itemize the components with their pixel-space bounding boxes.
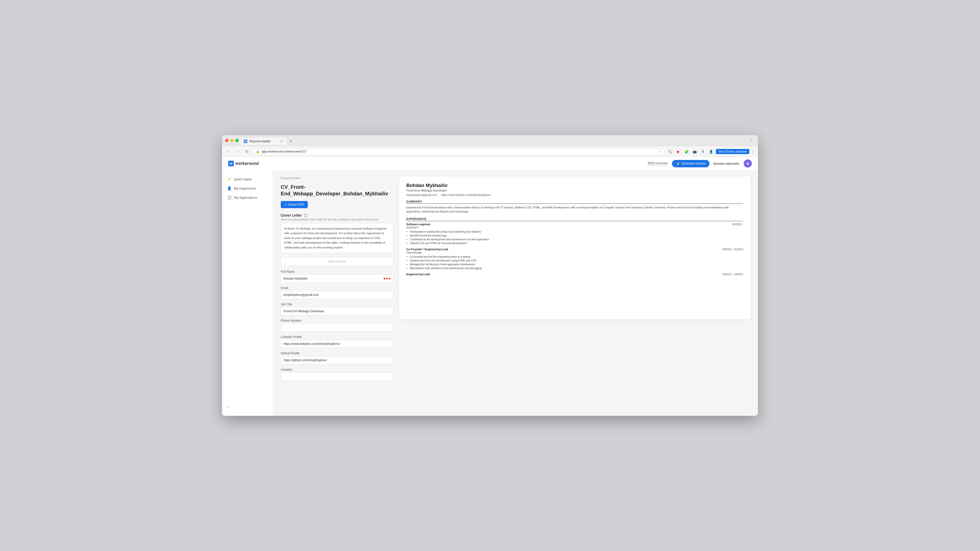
- sidebar: ⚡ Quick Apply 👤 My Experience 📋 My Appli…: [222, 170, 273, 416]
- header-right: 38/50 resumes ⚡ Generate resume Bohdan M…: [648, 159, 752, 168]
- exp-item-1: Co-Founder / Engineering Lead 09/2022 - …: [406, 248, 743, 270]
- linkedin-field: LinkedIn Profile: [281, 335, 393, 348]
- extensions-icon[interactable]: 🧩: [683, 148, 690, 155]
- form-panel: Resume Builder CV_Front-End_Webapp_Devel…: [281, 176, 393, 410]
- my-applications-icon: 📋: [227, 195, 231, 200]
- lock-icon: 🔒: [256, 150, 259, 153]
- tab-close-button[interactable]: ✕: [280, 139, 283, 143]
- my-experience-icon: 👤: [227, 186, 231, 190]
- job-title-input[interactable]: [281, 307, 393, 315]
- bookmark-icon[interactable]: ☆: [659, 150, 662, 154]
- copy-icon[interactable]: 📋: [304, 213, 307, 217]
- form-section: Full Name Email: [281, 270, 393, 381]
- resume-header: Bohdan Mykhailiv Front-End Webapp Develo…: [406, 183, 743, 197]
- resume-contact: bmykhaylivvv@gmail.com https://www.linke…: [406, 193, 743, 197]
- full-name-label: Full Name: [281, 270, 393, 273]
- generate-icon: ⚡: [676, 162, 680, 165]
- menu-button[interactable]: ⋮: [751, 149, 755, 154]
- location-input[interactable]: [281, 372, 393, 381]
- back-button[interactable]: ‹: [225, 148, 232, 155]
- logo-icon: W: [228, 161, 234, 166]
- bullet-item: Identified and fixed existing bugs: [410, 233, 743, 238]
- resume-preview-panel: Bohdan Mykhailiv Front-End Webapp Develo…: [399, 176, 750, 319]
- title-bar: W Resume builder ✕ + ⌃: [222, 135, 758, 146]
- field-options-dots[interactable]: [383, 278, 390, 279]
- cover-letter-title: Cover Letter: [281, 213, 302, 218]
- generate-resume-button[interactable]: ⚡ Generate resume: [672, 160, 710, 167]
- maximize-button[interactable]: [235, 139, 239, 142]
- exp-date-2: 04/2021 - 10/2021: [722, 273, 743, 276]
- search-icon[interactable]: 🔍: [667, 148, 673, 155]
- exp-item-2: Engineering Lead 04/2021 - 10/2021: [406, 273, 743, 276]
- page-title: CV_Front-End_Webapp_Developer_Bohdan_Myk…: [281, 184, 393, 197]
- linkedin-input[interactable]: [281, 340, 393, 348]
- downloads-icon[interactable]: ⬇: [700, 148, 706, 155]
- resume-email: bmykhaylivvv@gmail.com: [406, 193, 437, 197]
- forward-button[interactable]: ›: [234, 148, 242, 155]
- bullet-item: Co-founded and led the engineering team …: [410, 255, 743, 259]
- quick-apply-icon: ⚡: [227, 177, 231, 181]
- address-bar[interactable]: 🔒 app.workaround.one/resume/217 ☆: [253, 148, 665, 155]
- tab-favicon: W: [244, 140, 247, 143]
- exp-date-1: 09/2022 - 01/2023: [722, 248, 743, 251]
- new-tab-button[interactable]: +: [287, 138, 294, 145]
- app-header: W workaround 38/50 resumes ⚡ Generate re…: [222, 157, 758, 170]
- exp-company-0: AXDRAFT: [406, 226, 743, 229]
- user-name: Bohdan Mykhailiv: [714, 162, 740, 165]
- export-pdf-button[interactable]: ↗ Export PDF: [281, 201, 308, 208]
- resume-count: 38/50 resumes: [648, 162, 668, 165]
- sidebar-collapse-button[interactable]: ‹: [222, 403, 273, 412]
- exp-header-0: Software engineer 06/2022 -: [406, 223, 743, 226]
- location-field: Location: [281, 368, 393, 381]
- refresh-button[interactable]: ↻: [243, 148, 251, 155]
- sidebar-item-my-applications[interactable]: 📋 My Applications: [222, 193, 273, 202]
- resume-summary-section: SUMMARY Experienced Front-End developer …: [406, 200, 743, 214]
- nav-right-icons: 🔍 ▶ 🧩 📺 ⬇ 👤 New Chrome available ⋮: [667, 148, 755, 155]
- phone-input[interactable]: [281, 324, 393, 332]
- url-text: app.workaround.one/resume/217: [262, 150, 656, 153]
- resume-linkedin: https://www.linkedin.com/in/bmykhaylivvv…: [441, 193, 491, 197]
- navigation-bar: ‹ › ↻ 🔒 app.workaround.one/resume/217 ☆ …: [222, 146, 758, 157]
- workaround-logo: W workaround: [228, 161, 259, 166]
- bullet-item: Maintained a high standard of web develo…: [410, 266, 743, 270]
- youtube-icon[interactable]: ▶: [675, 148, 682, 155]
- resume-experience-section: EXPERIENCE Software engineer 06/2022 - A…: [406, 218, 743, 276]
- bullet-item: Participated in building the product and…: [410, 230, 743, 233]
- full-name-input[interactable]: [281, 275, 393, 283]
- exp-bullets-0: Participated in building the product and…: [406, 230, 743, 245]
- bullet-item: Managed the full lifecycle of web applic…: [410, 262, 743, 266]
- window-controls-icon[interactable]: ⌃: [748, 138, 755, 144]
- profile-icon[interactable]: 👤: [708, 148, 714, 155]
- export-btn-label: Export PDF: [288, 203, 304, 206]
- cover-letter-subtitle: Here is a personalized cover letter for …: [281, 218, 393, 221]
- logo-text: workaround: [235, 161, 259, 166]
- phone-label: Phone Number: [281, 319, 393, 322]
- github-input[interactable]: [281, 356, 393, 364]
- chrome-update-button[interactable]: New Chrome available: [716, 149, 749, 154]
- email-input[interactable]: [281, 291, 393, 299]
- email-label: Email: [281, 286, 393, 290]
- phone-field: Phone Number: [281, 319, 393, 332]
- sidebar-item-my-experience[interactable]: 👤 My Experience: [222, 184, 273, 193]
- tab-label: Resume builder: [249, 140, 271, 143]
- resume-name: Bohdan Mykhailiv: [406, 183, 743, 188]
- minimize-button[interactable]: [230, 139, 234, 142]
- resume-job-title: Front-End Webapp Developer: [406, 189, 743, 192]
- cast-icon[interactable]: 📺: [691, 148, 698, 155]
- bullet-item: Utilized CSS and HTML for front-end deve…: [410, 241, 743, 245]
- full-name-field: Full Name: [281, 270, 393, 283]
- close-button[interactable]: [225, 139, 228, 142]
- full-name-wrapper: [281, 275, 393, 283]
- active-tab[interactable]: W Resume builder ✕: [241, 138, 286, 145]
- page-content: Resume Builder CV_Front-End_Webapp_Devel…: [273, 170, 758, 416]
- cover-letter-section: Cover Letter 📋 Here is a personalized co…: [281, 212, 393, 253]
- github-label: GitHub Profile: [281, 351, 393, 355]
- traffic-lights: [225, 139, 239, 142]
- cover-letter-text[interactable]: Hi there! I'm Bohdan, an experienced Eng…: [281, 223, 393, 253]
- sidebar-item-quick-apply[interactable]: ⚡ Quick Apply: [222, 175, 273, 184]
- avatar[interactable]: B: [744, 159, 752, 168]
- exp-header-2: Engineering Lead 04/2021 - 10/2021: [406, 273, 743, 276]
- exp-role-0: Software engineer: [406, 223, 431, 226]
- exp-bullets-1: Co-founded and led the engineering team …: [406, 255, 743, 270]
- save-resume-button[interactable]: Save resume: [281, 257, 393, 266]
